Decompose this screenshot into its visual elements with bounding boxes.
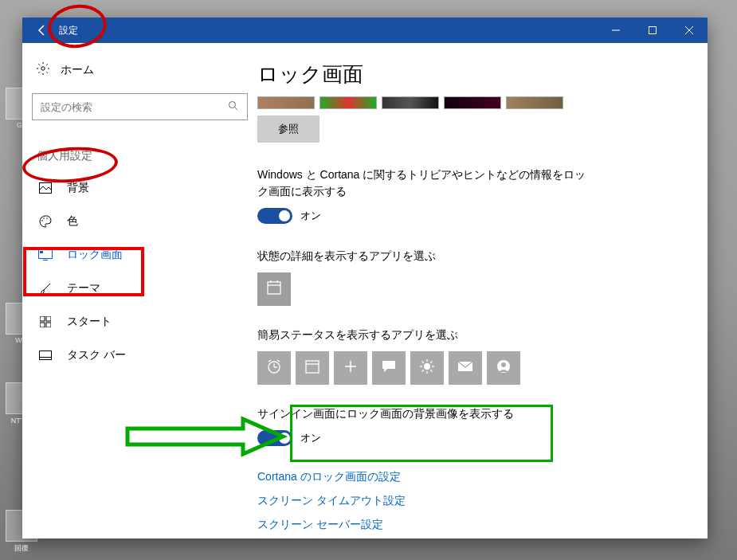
svg-rect-15	[46, 316, 51, 321]
chat-icon	[381, 359, 397, 377]
cortana-lockscreen-link[interactable]: Cortana のロック画面の設定	[257, 470, 684, 484]
thumbnail[interactable]	[257, 96, 315, 109]
nav-label: タスク バー	[67, 348, 126, 362]
home-label: ホーム	[61, 63, 94, 77]
cortana-tips-label: Windows と Cortana に関するトリビアやヒントなどの情報をロック画…	[257, 166, 592, 200]
svg-rect-17	[46, 323, 51, 327]
picture-icon	[38, 181, 53, 195]
toggle-state: オン	[300, 209, 321, 223]
quick-app-tile-alarm[interactable]	[257, 351, 291, 385]
thumbnail[interactable]	[382, 96, 439, 109]
svg-rect-20	[268, 282, 280, 294]
svg-point-10	[46, 217, 48, 219]
svg-rect-12	[40, 251, 43, 253]
settings-window: 設定 ホーム 個人用設定 背景	[22, 18, 708, 538]
page-title: ロック画面	[257, 61, 684, 88]
quick-status-label: 簡易ステータスを表示するアプリを選ぶ	[257, 327, 684, 343]
grid-icon	[38, 315, 53, 329]
svg-line-38	[422, 362, 424, 363]
svg-point-4	[41, 67, 45, 70]
calendar-icon	[304, 358, 320, 378]
nav-label: 色	[67, 214, 78, 229]
svg-rect-14	[40, 316, 45, 321]
search-field[interactable]	[41, 101, 228, 113]
svg-rect-29	[306, 361, 319, 373]
person-icon	[496, 359, 511, 377]
svg-rect-1	[649, 27, 657, 34]
sun-icon	[419, 358, 435, 378]
home-button[interactable]: ホーム	[29, 57, 251, 82]
quick-app-tile-weather[interactable]	[410, 351, 444, 385]
svg-line-40	[422, 370, 424, 371]
mail-icon	[457, 361, 473, 375]
gear-icon	[37, 62, 49, 77]
svg-rect-16	[40, 323, 45, 327]
close-button[interactable]	[671, 18, 708, 43]
cortana-tips-toggle[interactable]	[257, 208, 292, 224]
taskbar-icon	[38, 348, 53, 362]
palette-icon	[38, 214, 53, 229]
quick-app-tile-add[interactable]	[334, 351, 367, 385]
svg-point-9	[43, 217, 45, 219]
thumbnail[interactable]	[444, 96, 501, 109]
detailed-app-tile[interactable]	[257, 272, 291, 306]
sidebar-item-taskbar[interactable]: タスク バー	[29, 339, 251, 372]
sidebar-item-lockscreen[interactable]: ロック画面	[29, 238, 251, 272]
signin-bg-toggle[interactable]	[257, 430, 292, 446]
clock-icon	[266, 358, 282, 378]
thumbnail[interactable]	[506, 96, 563, 109]
sidebar: ホーム 個人用設定 背景 色 ロック画面 テーマ	[22, 43, 257, 538]
toggle-state: オン	[300, 431, 321, 445]
quick-app-tile-mail[interactable]	[449, 351, 482, 385]
window-title: 設定	[59, 24, 78, 37]
titlebar: 設定	[22, 18, 708, 43]
calendar-icon	[266, 280, 282, 299]
sidebar-item-start[interactable]: スタート	[29, 305, 251, 339]
browse-button[interactable]: 参照	[257, 116, 319, 143]
detailed-status-label: 状態の詳細を表示するアプリを選ぶ	[257, 248, 684, 264]
monitor-icon	[38, 248, 53, 262]
screen-timeout-link[interactable]: スクリーン タイムアウト設定	[257, 494, 684, 508]
sidebar-item-background[interactable]: 背景	[29, 171, 251, 205]
plus-icon	[343, 359, 358, 377]
section-label: 個人用設定	[37, 149, 251, 163]
svg-line-27	[269, 360, 271, 362]
screensaver-link[interactable]: スクリーン セーバー設定	[257, 518, 684, 532]
sidebar-item-colors[interactable]: 色	[29, 205, 251, 238]
svg-point-33	[424, 363, 430, 370]
content-area: ロック画面 参照 Windows と Cortana に関するトリビアやヒントな…	[257, 43, 708, 538]
nav-label: 背景	[67, 181, 89, 195]
signin-bg-label: サインイン画面にロック画面の背景画像を表示する	[257, 405, 684, 422]
quick-app-tile-calendar[interactable]	[296, 351, 329, 385]
svg-line-41	[430, 362, 432, 363]
back-button[interactable]	[30, 18, 54, 43]
minimize-button[interactable]	[598, 18, 634, 43]
window-controls	[598, 18, 708, 43]
nav-label: ロック画面	[67, 248, 123, 262]
brush-icon	[38, 281, 53, 296]
search-input[interactable]	[32, 93, 248, 120]
thumbnail[interactable]	[319, 96, 377, 109]
nav-label: テーマ	[67, 281, 100, 296]
svg-point-5	[229, 101, 236, 108]
svg-line-28	[277, 360, 280, 362]
maximize-button[interactable]	[634, 18, 671, 43]
search-icon	[228, 100, 239, 114]
svg-point-44	[501, 362, 506, 367]
quick-app-tile-people[interactable]	[487, 351, 520, 385]
svg-rect-19	[40, 358, 52, 360]
background-thumbnails	[257, 96, 684, 109]
svg-rect-18	[40, 351, 52, 360]
svg-point-8	[41, 220, 43, 221]
svg-line-6	[235, 107, 238, 110]
quick-app-tile-messaging[interactable]	[372, 351, 406, 385]
nav-label: スタート	[67, 315, 112, 329]
sidebar-item-themes[interactable]: テーマ	[29, 272, 251, 305]
svg-line-39	[430, 370, 432, 371]
